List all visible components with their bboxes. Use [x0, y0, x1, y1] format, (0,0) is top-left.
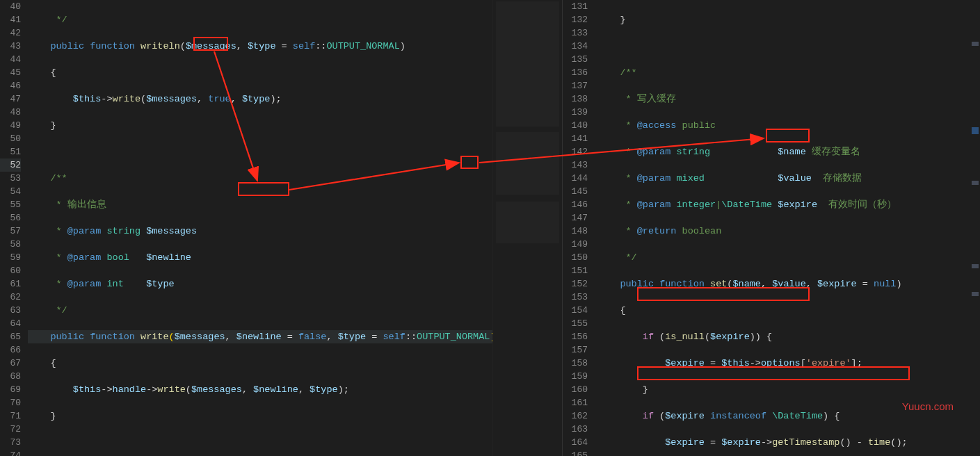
line-number: 72 [0, 423, 21, 436]
line-number: 147 [563, 211, 588, 225]
line-number: 161 [563, 396, 588, 409]
line-number: 145 [563, 185, 588, 198]
line-number: 42 [0, 26, 21, 40]
line-number: 165 [563, 449, 588, 456]
right-scrollbar[interactable] [970, 0, 980, 456]
left-gutter: 40 41 42 43 44 45 46 47 48 49 50 51 52 5… [0, 0, 28, 456]
line-number: 132 [563, 13, 588, 26]
line-number: 137 [563, 79, 588, 92]
line-number: 45 [0, 66, 21, 79]
line-number: 54 [0, 185, 21, 198]
line-number: 163 [563, 423, 588, 436]
line-number: 70 [0, 396, 21, 409]
line-number: 60 [0, 264, 21, 277]
line-number: 135 [563, 53, 588, 66]
line-number: 48 [0, 106, 21, 119]
line-number: 57 [0, 225, 21, 238]
line-number: 160 [563, 383, 588, 396]
line-number: 67 [0, 357, 21, 370]
line-number: 56 [0, 211, 21, 225]
right-editor-pane: 131 132 133 134 135 136 137 138 139 140 … [562, 0, 980, 456]
line-number: 59 [0, 251, 21, 264]
line-number: 136 [563, 66, 588, 79]
line-number: 73 [0, 436, 21, 449]
line-number: 157 [563, 343, 588, 357]
line-number: 164 [563, 436, 588, 449]
left-code-area[interactable]: */ public function writeln($messages, $t… [28, 0, 492, 456]
line-number: 149 [563, 238, 588, 251]
line-number: 49 [0, 119, 21, 132]
line-number: 134 [563, 40, 588, 53]
line-number: 58 [0, 238, 21, 251]
line-number: 156 [563, 330, 588, 343]
line-number: 153 [563, 291, 588, 304]
line-number: 69 [0, 383, 21, 396]
line-number: 53 [0, 172, 21, 185]
line-number: 43 [0, 40, 21, 53]
line-number: 65 [0, 330, 21, 343]
left-editor-pane: 40 41 42 43 44 45 46 47 48 49 50 51 52 5… [0, 0, 562, 456]
line-number: 46 [0, 79, 21, 92]
right-gutter: 131 132 133 134 135 136 137 138 139 140 … [563, 0, 597, 456]
line-number: 55 [0, 198, 21, 211]
line-number: 162 [563, 409, 588, 423]
line-number: 50 [0, 132, 21, 145]
line-number: 155 [563, 317, 588, 330]
left-minimap[interactable] [492, 0, 562, 456]
line-number: 131 [563, 0, 588, 13]
line-number: 61 [0, 277, 21, 291]
right-code-area[interactable]: } /** * 写入缓存 * @access public * @param s… [597, 0, 980, 456]
line-number: 154 [563, 304, 588, 317]
line-number: 141 [563, 132, 588, 145]
line-number: 133 [563, 26, 588, 40]
line-number: 139 [563, 106, 588, 119]
line-number: 140 [563, 119, 588, 132]
line-number: 143 [563, 158, 588, 172]
line-number: 144 [563, 172, 588, 185]
line-number: 63 [0, 304, 21, 317]
line-number: 146 [563, 198, 588, 211]
line-number: 138 [563, 92, 588, 106]
line-number: 151 [563, 264, 588, 277]
line-number: 41 [0, 13, 21, 26]
line-number: 62 [0, 291, 21, 304]
line-number-active: 52 [0, 158, 21, 172]
line-number: 142 [563, 145, 588, 158]
line-number: 159 [563, 370, 588, 383]
watermark: Yuucn.com [902, 400, 954, 412]
line-number: 66 [0, 343, 21, 357]
line-number: 47 [0, 92, 21, 106]
line-number: 148 [563, 225, 588, 238]
editor-split: 40 41 42 43 44 45 46 47 48 49 50 51 52 5… [0, 0, 980, 456]
line-number: 71 [0, 409, 21, 423]
line-number: 158 [563, 357, 588, 370]
line-number: 40 [0, 0, 21, 13]
line-number: 68 [0, 370, 21, 383]
line-number: 44 [0, 53, 21, 66]
line-number: 150 [563, 251, 588, 264]
line-number: 64 [0, 317, 21, 330]
line-number: 51 [0, 145, 21, 158]
line-number: 74 [0, 449, 21, 456]
line-number: 152 [563, 277, 588, 291]
